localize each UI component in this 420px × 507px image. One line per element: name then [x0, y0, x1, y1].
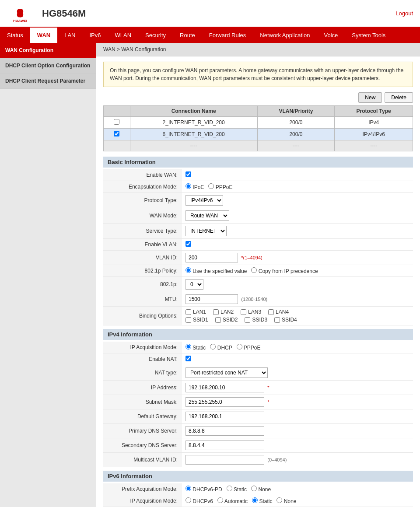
ipv6-none-label: None — [276, 498, 296, 504]
policy-ip-radio[interactable] — [251, 267, 257, 273]
sidebar-item-dhcp-option[interactable]: DHCP Client Option Configuration — [0, 58, 96, 73]
table-row: 6_INTERNET_R_VID_200 200/0 IPv4/IPv6 — [104, 129, 413, 140]
binding-lan4: LAN4 — [268, 309, 289, 315]
nav-status[interactable]: Status — [0, 28, 30, 43]
policy-8021p-select[interactable]: 0123 4567 — [186, 279, 203, 290]
table-col-protocol: Protocol Type — [335, 106, 413, 117]
encap-pppoe-label: PPPoE — [208, 184, 232, 190]
encap-mode-row: Encapsulation Mode: IPoE PPPoE — [103, 181, 413, 193]
binding-ssid2: SSID2 — [215, 317, 238, 323]
protocol-type-select[interactable]: IPv4/IPv6 IPv4 IPv6 — [186, 195, 223, 206]
lan1-checkbox[interactable] — [186, 309, 191, 315]
ipv4-dhcp-radio[interactable] — [210, 344, 216, 350]
nav-route[interactable]: Route — [173, 28, 202, 43]
nat-type-row: NAT type: Port-restricted cone NAT Full … — [103, 365, 413, 381]
gateway-input[interactable] — [186, 412, 264, 421]
svg-text:HUAWEI: HUAWEI — [13, 19, 27, 23]
primary-dns-input[interactable] — [186, 426, 264, 436]
enable-nat-label: Enable NAT: — [103, 353, 182, 365]
binding-lan3: LAN3 — [241, 309, 261, 315]
nav-forward-rules[interactable]: Forward Rules — [202, 28, 253, 43]
empty-check — [104, 140, 130, 151]
enable-vlan-label: Enable VLAN: — [103, 239, 182, 251]
row2-vlan: 200/0 — [257, 129, 335, 140]
delete-button[interactable]: Delete — [385, 92, 413, 103]
ipv4-static-radio[interactable] — [186, 344, 191, 350]
binding-lan2: LAN2 — [213, 309, 234, 315]
lan2-checkbox[interactable] — [213, 309, 219, 315]
ipv6-info-form: Prefix Acquisition Mode: DHCPv6-PD Stati… — [103, 483, 413, 507]
ssid3-checkbox[interactable] — [245, 317, 250, 323]
page-header: HUAWEI HG8546M Logout — [0, 0, 420, 28]
prefix-dhcpv6pd-label: DHCPv6-PD — [186, 486, 222, 493]
sidebar-item-wan-config[interactable]: WAN Configuration — [0, 43, 96, 58]
row1-checkbox[interactable] — [114, 119, 119, 125]
nav-voice[interactable]: Voice — [317, 28, 345, 43]
ipv6-static-radio[interactable] — [252, 497, 258, 503]
ipv6-auto-radio[interactable] — [217, 497, 223, 503]
ipv4-addr-input[interactable] — [186, 383, 264, 392]
enable-nat-checkbox[interactable] — [186, 356, 191, 361]
nav-network-application[interactable]: Network Application — [253, 28, 317, 43]
ipv4-acq-label: IP Acquisition Mode: — [103, 342, 182, 353]
service-type-select[interactable]: INTERNET TR069 VOIP OTHER — [186, 226, 227, 236]
gateway-label: Default Gateway: — [103, 409, 182, 424]
ipv4-addr-hint: * — [267, 385, 269, 390]
nat-type-select[interactable]: Port-restricted cone NAT Full cone NAT A… — [186, 367, 268, 378]
ipv6-dhcpv6-radio[interactable] — [186, 497, 191, 503]
policy-8021p-row: 802.1p: 0123 4567 — [103, 277, 413, 292]
enable-vlan-checkbox[interactable] — [186, 241, 191, 247]
wan-mode-label: WAN Mode: — [103, 208, 182, 224]
wan-mode-select[interactable]: Route WAN Bridge WAN — [186, 210, 229, 221]
main-content: WAN > WAN Configuration On this page, yo… — [96, 43, 420, 507]
prefix-static-radio[interactable] — [227, 486, 232, 491]
ssid4-checkbox[interactable] — [274, 317, 280, 323]
ipv4-pppoe-label: PPPoE — [237, 345, 261, 351]
primary-dns-row: Primary DNS Server: — [103, 424, 413, 438]
logout-button[interactable]: Logout — [396, 10, 413, 17]
nav-wlan[interactable]: WLAN — [108, 28, 139, 43]
binding-options-row: Binding Options: LAN1 LAN2 LAN3 LAN4 SSI… — [103, 307, 413, 325]
prefix-dhcpv6pd-radio[interactable] — [186, 486, 191, 491]
nav-wan[interactable]: WAN — [30, 28, 57, 43]
subnet-label: Subnet Mask: — [103, 395, 182, 409]
enable-wan-checkbox[interactable] — [186, 171, 191, 177]
encap-ipoe-radio[interactable] — [186, 183, 191, 189]
ssid1-checkbox[interactable] — [186, 317, 191, 323]
policy-specified-label: Use the specified value — [186, 268, 248, 274]
ipv4-pppoe-radio[interactable] — [237, 344, 242, 350]
mtu-label: MTU: — [103, 292, 182, 307]
policy-specified-radio[interactable] — [186, 267, 191, 273]
nav-ipv6[interactable]: IPv6 — [83, 28, 108, 43]
encap-pppoe-radio[interactable] — [208, 183, 214, 189]
enable-wan-row: Enable WAN: — [103, 169, 413, 181]
secondary-dns-input[interactable] — [186, 441, 264, 450]
lan4-checkbox[interactable] — [268, 309, 274, 315]
policy-ip-label: Copy from IP precedence — [251, 268, 318, 274]
mtu-input[interactable] — [186, 294, 238, 304]
nav-system-tools[interactable]: System Tools — [345, 28, 392, 43]
policy-8021p-label: 802.1p: — [103, 277, 182, 292]
row2-name: 6_INTERNET_R_VID_200 — [130, 129, 257, 140]
ipv6-none-radio[interactable] — [276, 497, 282, 503]
binding-row-lan: LAN1 LAN2 LAN3 LAN4 — [186, 309, 410, 315]
basic-info-header: Basic Information — [103, 157, 413, 168]
ssid2-checkbox[interactable] — [215, 317, 221, 323]
vlan-id-input[interactable] — [186, 253, 238, 262]
nav-security[interactable]: Security — [138, 28, 173, 43]
row2-checkbox[interactable] — [114, 131, 119, 136]
subnet-hint: * — [267, 399, 269, 405]
table-col-vlan: VLAN/Priority — [257, 106, 335, 117]
row2-protocol: IPv4/IPv6 — [335, 129, 413, 140]
sidebar-item-dhcp-request[interactable]: DHCP Client Request Parameter — [0, 73, 96, 89]
new-button[interactable]: New — [358, 92, 382, 103]
lan3-checkbox[interactable] — [241, 309, 246, 315]
prefix-none-radio[interactable] — [251, 486, 257, 491]
subnet-input[interactable] — [186, 397, 264, 407]
service-type-label: Service Type: — [103, 224, 182, 239]
ipv4-multicast-hint: (0–4094) — [267, 457, 287, 462]
protocol-type-row: Protocol Type: IPv4/IPv6 IPv4 IPv6 — [103, 193, 413, 208]
nav-lan[interactable]: LAN — [57, 28, 82, 43]
ipv4-multicast-input[interactable] — [186, 455, 264, 465]
ipv6-auto-label: Automatic — [217, 498, 248, 504]
